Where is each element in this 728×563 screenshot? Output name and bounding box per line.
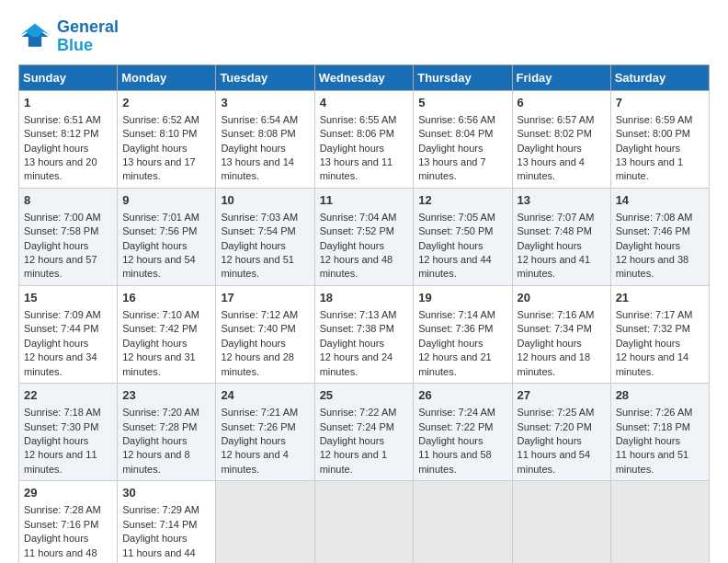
calendar-row-2: 8 Sunrise: 7:00 AM Sunset: 7:58 PM Dayli… [19, 188, 710, 285]
header-thursday: Thursday [414, 64, 512, 90]
header-saturday: Saturday [610, 64, 709, 90]
page-header: General Blue [18, 18, 710, 55]
header-friday: Friday [512, 64, 610, 90]
calendar-cell-13: 13 Sunrise: 7:07 AM Sunset: 7:48 PM Dayl… [512, 188, 610, 285]
calendar-row-3: 15 Sunrise: 7:09 AM Sunset: 7:44 PM Dayl… [19, 285, 710, 383]
calendar-header-row: SundayMondayTuesdayWednesdayThursdayFrid… [19, 64, 710, 90]
header-monday: Monday [118, 64, 216, 90]
calendar-cell-6: 6 Sunrise: 6:57 AM Sunset: 8:02 PM Dayli… [512, 90, 610, 188]
calendar-cell-30: 30 Sunrise: 7:29 AM Sunset: 7:14 PM Dayl… [118, 481, 216, 563]
calendar-cell-23: 23 Sunrise: 7:20 AM Sunset: 7:28 PM Dayl… [118, 384, 216, 481]
calendar-cell-4: 4 Sunrise: 6:55 AM Sunset: 8:06 PM Dayli… [314, 90, 414, 188]
calendar-cell-22: 22 Sunrise: 7:18 AM Sunset: 7:30 PM Dayl… [19, 384, 118, 481]
header-tuesday: Tuesday [216, 64, 314, 90]
calendar-cell-25: 25 Sunrise: 7:22 AM Sunset: 7:24 PM Dayl… [314, 384, 414, 481]
calendar-table: SundayMondayTuesdayWednesdayThursdayFrid… [18, 64, 710, 563]
calendar-cell-empty [512, 481, 610, 563]
calendar-cell-7: 7 Sunrise: 6:59 AM Sunset: 8:00 PM Dayli… [610, 90, 709, 188]
calendar-cell-1: 1 Sunrise: 6:51 AM Sunset: 8:12 PM Dayli… [19, 90, 118, 188]
calendar-cell-10: 10 Sunrise: 7:03 AM Sunset: 7:54 PM Dayl… [216, 188, 314, 285]
calendar-row-5: 29 Sunrise: 7:28 AM Sunset: 7:16 PM Dayl… [19, 481, 710, 563]
calendar-cell-2: 2 Sunrise: 6:52 AM Sunset: 8:10 PM Dayli… [118, 90, 216, 188]
calendar-cell-8: 8 Sunrise: 7:00 AM Sunset: 7:58 PM Dayli… [19, 188, 118, 285]
header-wednesday: Wednesday [314, 64, 414, 90]
calendar-cell-27: 27 Sunrise: 7:25 AM Sunset: 7:20 PM Dayl… [512, 384, 610, 481]
logo-icon [18, 20, 51, 53]
calendar-cell-28: 28 Sunrise: 7:26 AM Sunset: 7:18 PM Dayl… [610, 384, 709, 481]
calendar-cell-9: 9 Sunrise: 7:01 AM Sunset: 7:56 PM Dayli… [118, 188, 216, 285]
calendar-cell-20: 20 Sunrise: 7:16 AM Sunset: 7:34 PM Dayl… [512, 285, 610, 383]
calendar-cell-empty [610, 481, 709, 563]
calendar-cell-17: 17 Sunrise: 7:12 AM Sunset: 7:40 PM Dayl… [216, 285, 314, 383]
calendar-cell-26: 26 Sunrise: 7:24 AM Sunset: 7:22 PM Dayl… [414, 384, 512, 481]
calendar-cell-14: 14 Sunrise: 7:08 AM Sunset: 7:46 PM Dayl… [610, 188, 709, 285]
calendar-cell-15: 15 Sunrise: 7:09 AM Sunset: 7:44 PM Dayl… [19, 285, 118, 383]
calendar-cell-5: 5 Sunrise: 6:56 AM Sunset: 8:04 PM Dayli… [414, 90, 512, 188]
calendar-cell-18: 18 Sunrise: 7:13 AM Sunset: 7:38 PM Dayl… [314, 285, 414, 383]
calendar-cell-empty [216, 481, 314, 563]
logo-text: General Blue [57, 18, 119, 55]
calendar-row-4: 22 Sunrise: 7:18 AM Sunset: 7:30 PM Dayl… [19, 384, 710, 481]
calendar-cell-3: 3 Sunrise: 6:54 AM Sunset: 8:08 PM Dayli… [216, 90, 314, 188]
header-sunday: Sunday [19, 64, 118, 90]
calendar-cell-16: 16 Sunrise: 7:10 AM Sunset: 7:42 PM Dayl… [118, 285, 216, 383]
calendar-cell-empty [314, 481, 414, 563]
calendar-cell-21: 21 Sunrise: 7:17 AM Sunset: 7:32 PM Dayl… [610, 285, 709, 383]
calendar-cell-29: 29 Sunrise: 7:28 AM Sunset: 7:16 PM Dayl… [19, 481, 118, 563]
calendar-cell-19: 19 Sunrise: 7:14 AM Sunset: 7:36 PM Dayl… [414, 285, 512, 383]
logo: General Blue [18, 18, 119, 55]
calendar-cell-24: 24 Sunrise: 7:21 AM Sunset: 7:26 PM Dayl… [216, 384, 314, 481]
calendar-row-1: 1 Sunrise: 6:51 AM Sunset: 8:12 PM Dayli… [19, 90, 710, 188]
calendar-cell-empty [414, 481, 512, 563]
calendar-cell-12: 12 Sunrise: 7:05 AM Sunset: 7:50 PM Dayl… [414, 188, 512, 285]
calendar-cell-11: 11 Sunrise: 7:04 AM Sunset: 7:52 PM Dayl… [314, 188, 414, 285]
